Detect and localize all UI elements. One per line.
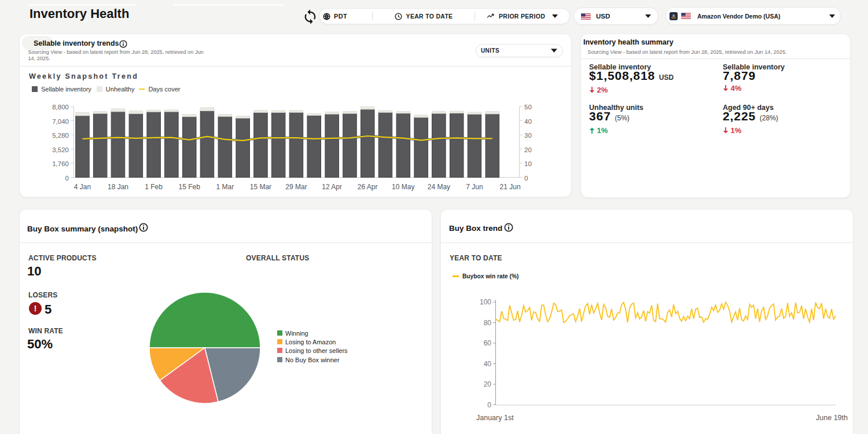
svg-text:1 Feb: 1 Feb	[145, 183, 163, 191]
svg-text:8,800: 8,800	[52, 104, 69, 111]
svg-text:15 Mar: 15 Mar	[250, 183, 271, 191]
svg-text:7,040: 7,040	[52, 118, 69, 125]
svg-text:5,280: 5,280	[52, 132, 69, 139]
svg-text:12 Apr: 12 Apr	[322, 183, 342, 191]
svg-text:60: 60	[484, 339, 492, 347]
svg-text:1 Mar: 1 Mar	[216, 183, 234, 191]
svg-text:20: 20	[524, 146, 532, 153]
svg-text:30: 30	[524, 132, 532, 139]
svg-text:1,760: 1,760	[52, 160, 69, 167]
svg-text:29 Mar: 29 Mar	[285, 183, 307, 191]
svg-text:3,520: 3,520	[52, 146, 69, 153]
svg-text:20: 20	[484, 380, 492, 388]
svg-text:18 Jan: 18 Jan	[108, 183, 128, 191]
svg-text:10: 10	[524, 160, 532, 167]
svg-text:80: 80	[484, 319, 492, 327]
svg-text:100: 100	[480, 298, 491, 306]
svg-text:0: 0	[487, 401, 491, 409]
svg-text:January 1st: January 1st	[476, 414, 514, 422]
svg-text:40: 40	[524, 118, 532, 125]
svg-text:15 Feb: 15 Feb	[179, 183, 201, 191]
svg-text:21 Jun: 21 Jun	[500, 183, 521, 191]
svg-text:0: 0	[65, 175, 69, 182]
svg-text:50: 50	[524, 104, 532, 111]
svg-text:24 May: 24 May	[428, 183, 450, 191]
svg-text:0: 0	[524, 175, 528, 182]
svg-text:10 May: 10 May	[392, 183, 414, 191]
svg-text:a: a	[672, 13, 675, 17]
svg-text:26 Apr: 26 Apr	[358, 183, 378, 191]
svg-text:40: 40	[484, 360, 492, 368]
svg-text:June 19th: June 19th	[816, 414, 848, 422]
svg-text:7 Jun: 7 Jun	[466, 183, 483, 191]
svg-text:4 Jan: 4 Jan	[74, 183, 91, 191]
